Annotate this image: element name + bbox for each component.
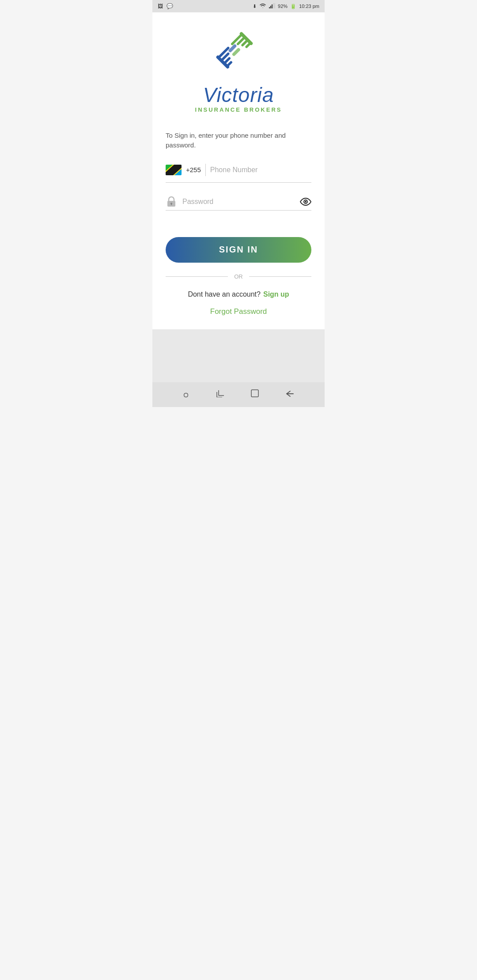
brand-name: Victoria bbox=[203, 84, 274, 106]
svg-rect-1 bbox=[270, 6, 271, 8]
svg-rect-24 bbox=[171, 204, 172, 205]
password-field-wrapper bbox=[166, 196, 311, 207]
time-display: 10:23 pm bbox=[299, 4, 319, 9]
svg-rect-14 bbox=[239, 31, 253, 45]
lock-icon bbox=[166, 196, 177, 207]
phone-field-wrapper: +255 bbox=[166, 164, 311, 180]
logo-container: Victoria INSURANCE BROKERS bbox=[195, 30, 282, 113]
signin-button[interactable]: SIGN IN bbox=[166, 237, 311, 263]
svg-rect-0 bbox=[269, 7, 270, 8]
gray-spacer bbox=[152, 329, 325, 382]
instruction-text: To Sign in, enter your phone number and … bbox=[166, 131, 311, 151]
battery-icon: 🔋 bbox=[290, 4, 296, 9]
signup-link[interactable]: Sign up bbox=[263, 290, 289, 298]
wifi-icon bbox=[259, 3, 266, 9]
phone-field-underline bbox=[166, 182, 311, 183]
nav-recent-apps-button[interactable] bbox=[215, 389, 224, 400]
nav-circle-button[interactable] bbox=[184, 389, 188, 400]
no-account-row: Dont have an account? Sign up bbox=[188, 290, 289, 298]
show-password-icon[interactable] bbox=[300, 197, 311, 206]
svg-rect-2 bbox=[272, 4, 273, 8]
no-account-text: Dont have an account? bbox=[188, 290, 261, 298]
or-line-left bbox=[166, 276, 228, 277]
country-flag bbox=[166, 165, 182, 175]
svg-point-27 bbox=[184, 393, 188, 397]
status-bar: 🖼 💬 ⬇ 92% 🔋 10:23 pm bbox=[152, 0, 325, 12]
phone-input[interactable] bbox=[210, 166, 311, 174]
app-logo bbox=[214, 30, 263, 79]
svg-point-26 bbox=[305, 201, 307, 203]
signal-icon bbox=[269, 3, 275, 9]
forgot-password-link[interactable]: Forgot Password bbox=[210, 307, 267, 316]
status-bar-left: 🖼 💬 bbox=[158, 3, 173, 9]
or-divider: OR bbox=[166, 273, 311, 280]
password-field-underline bbox=[166, 210, 311, 211]
brand-sub: INSURANCE BROKERS bbox=[195, 106, 282, 113]
download-icon: ⬇ bbox=[253, 4, 257, 9]
or-text: OR bbox=[234, 273, 243, 280]
svg-rect-3 bbox=[273, 3, 274, 8]
phone-divider bbox=[205, 164, 206, 176]
form-container: +255 bbox=[166, 164, 311, 316]
password-input[interactable] bbox=[182, 198, 295, 206]
country-code: +255 bbox=[186, 166, 201, 173]
or-line-right bbox=[249, 276, 311, 277]
svg-rect-32 bbox=[251, 390, 258, 397]
battery-percentage: 92% bbox=[278, 4, 288, 9]
nav-back-button[interactable] bbox=[286, 389, 294, 400]
nav-bar bbox=[152, 382, 325, 407]
image-icon: 🖼 bbox=[158, 3, 163, 9]
svg-rect-9 bbox=[216, 55, 230, 69]
status-bar-right: ⬇ 92% 🔋 10:23 pm bbox=[253, 3, 319, 9]
main-content: Victoria INSURANCE BROKERS To Sign in, e… bbox=[152, 12, 325, 329]
message-icon: 💬 bbox=[167, 3, 173, 9]
nav-home-button[interactable] bbox=[251, 389, 259, 400]
account-links: Dont have an account? Sign up Forgot Pas… bbox=[166, 290, 311, 316]
svg-rect-4 bbox=[274, 3, 275, 8]
